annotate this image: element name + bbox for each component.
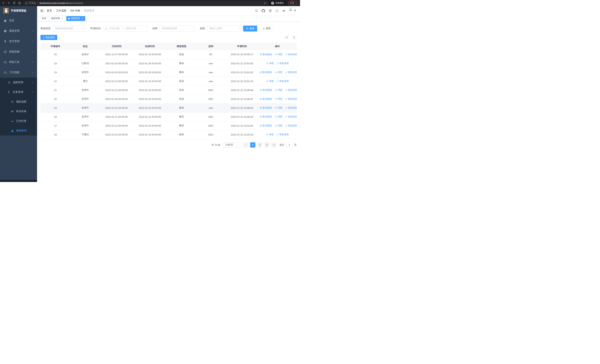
result-select[interactable]: 请选择流结果 [160, 26, 195, 31]
approval-progress-link[interactable]: 审批进度 [285, 97, 297, 101]
tab-process-detail[interactable]: 流程详情✕ [49, 16, 66, 21]
table-row: 18处理中2022-01-11 00:00:002022-01-11 00:00… [40, 112, 297, 121]
page-button-3[interactable]: 3 [264, 142, 269, 148]
cell-actions: 取消请假详情审批进度 [258, 50, 297, 59]
reload-icon[interactable] [13, 1, 16, 5]
cell-status: 通过 [70, 77, 100, 86]
approval-progress-link[interactable]: 审批进度 [285, 115, 297, 118]
show-search-toggle-button[interactable] [284, 35, 290, 40]
cancel-leave-link[interactable]: 取消请假 [260, 115, 272, 118]
close-icon[interactable]: ✕ [61, 17, 64, 20]
sidebar-item-todo-tasks[interactable]: 待办任务 [0, 107, 37, 116]
sidebar-item-my-processes[interactable]: 我的流程 [0, 97, 37, 107]
cancel-leave-link[interactable]: 取消请假 [260, 53, 272, 56]
approval-progress-link[interactable]: 审批进度 [285, 124, 297, 127]
detail-link[interactable]: 详情 [266, 80, 274, 83]
next-page-button[interactable] [271, 142, 276, 148]
cell-actions: 详情审批进度 [258, 77, 297, 86]
security-warning-icon [25, 2, 28, 4]
detail-link[interactable]: 详情 [275, 71, 282, 74]
sidebar-item-system-mgmt[interactable]: 系统管理 [0, 26, 37, 36]
edit-pen-icon [285, 53, 287, 56]
cancel-leave-link[interactable]: 取消请假 [260, 88, 272, 92]
sidebar-collapse-icon[interactable] [40, 9, 44, 13]
sidebar-item-workflow[interactable]: 工作流程 [0, 67, 37, 78]
apply-time-range-picker[interactable]: 开始日期 - 结束日期 [103, 26, 148, 31]
approval-progress-link[interactable]: 审批进度 [276, 133, 289, 136]
sidebar-item-dev-tools[interactable]: 研发工具 [0, 57, 37, 67]
cell-type: 事假 [167, 121, 196, 130]
workflow-submenu: 流程管理 任务管理 我的流程 待办任务 已办 [0, 78, 37, 135]
prev-page-button[interactable] [243, 142, 248, 148]
back-icon[interactable] [2, 1, 5, 5]
page-size-select[interactable]: 10条/页 [223, 142, 241, 148]
cell-id: 23 [40, 68, 70, 77]
col-header-end: 结束时间 [133, 43, 167, 50]
detail-link[interactable]: 详情 [266, 62, 274, 65]
tab-home[interactable]: 首页 [40, 16, 48, 21]
approval-progress-link[interactable]: 审批进度 [285, 53, 297, 56]
col-header-start: 开始时间 [100, 43, 133, 50]
navbar-actions: тT [255, 7, 296, 14]
reset-button[interactable]: 重置 [260, 26, 274, 31]
reason-input[interactable]: 请输入原因 [207, 26, 239, 31]
sidebar-item-process-mgmt[interactable]: 流程管理 [0, 78, 37, 87]
trash-icon [260, 107, 262, 109]
cell-actions: 取消请假详情审批进度 [258, 86, 297, 94]
cancel-leave-link[interactable]: 取消请假 [260, 71, 272, 74]
breadcrumb-item[interactable]: 工作流程 [56, 9, 66, 12]
cell-applied: 2022-01-22 23:53:35 [226, 59, 258, 68]
detail-link[interactable]: 详情 [275, 124, 282, 127]
sidebar-item-leave-query[interactable]: 请假查询 [0, 126, 37, 135]
cell-status: 处理中 [70, 86, 100, 94]
sidebar-item-payment-mgmt[interactable]: ¥ 支付管理 [0, 36, 37, 47]
sidebar-item-label: 我的流程 [16, 100, 27, 103]
sidebar-item-infrastructure[interactable]: 基础设施 [0, 47, 37, 57]
leave-type-select[interactable]: 请选择请假类型 [53, 26, 86, 31]
home-icon[interactable] [18, 1, 21, 5]
breadcrumb-item[interactable]: OA 示例 [70, 9, 80, 12]
detail-link[interactable]: 详情 [275, 53, 282, 56]
refresh-table-button[interactable] [291, 35, 297, 40]
address-bar[interactable]: 不安全 dashboard.yudao.iocoder.cn/bpm/oa/le… [23, 1, 268, 5]
sidebar-item-task-mgmt[interactable]: 任务管理 [0, 87, 37, 97]
cell-applied: 2022-01-23 00:06:17 [226, 50, 258, 59]
detail-link[interactable]: 详情 [275, 97, 282, 101]
cell-id: 20 [40, 94, 70, 103]
detail-link[interactable]: 详情 [275, 88, 282, 92]
github-icon[interactable] [262, 9, 265, 12]
approval-progress-link[interactable]: 审批进度 [285, 88, 297, 92]
bookmark-star-icon[interactable] [264, 2, 266, 4]
edit-pen-icon [285, 107, 287, 109]
avatar-menu-caret[interactable] [294, 10, 296, 11]
browser-update-button[interactable]: 更新 [288, 1, 298, 5]
edit-pen-icon [285, 125, 287, 127]
create-leave-button[interactable]: + 发起请假 [40, 35, 57, 40]
cancel-leave-link[interactable]: 取消请假 [260, 97, 272, 101]
cell-id: 24 [40, 59, 70, 68]
page-button-2[interactable]: 2 [257, 142, 262, 148]
sidebar-item-done-tasks[interactable]: 已办任务 [0, 116, 37, 126]
fullscreen-icon[interactable] [275, 9, 279, 12]
cancel-leave-link[interactable]: 取消请假 [260, 124, 272, 127]
page-button-1[interactable]: 1 [250, 142, 255, 148]
tab-leave-query[interactable]: 请假查询✕ [66, 16, 85, 21]
browser-menu-icon[interactable] [296, 2, 297, 4]
approval-progress-link[interactable]: 审批进度 [285, 106, 297, 110]
detail-link[interactable]: 详情 [266, 133, 274, 136]
detail-link[interactable]: 详情 [275, 106, 282, 110]
approval-progress-link[interactable]: 审批进度 [276, 80, 289, 83]
goto-page-input[interactable] [286, 142, 293, 148]
approval-progress-link[interactable]: 审批进度 [276, 62, 289, 65]
search-button[interactable]: 搜索 [243, 26, 257, 31]
font-size-icon[interactable]: тT [282, 9, 285, 12]
sidebar-item-home[interactable]: 首页 [0, 15, 37, 26]
close-icon[interactable]: ✕ [81, 17, 83, 20]
cancel-leave-link[interactable]: 取消请假 [260, 106, 272, 110]
approval-progress-link[interactable]: 审批进度 [285, 71, 297, 74]
forward-icon[interactable] [7, 1, 10, 5]
breadcrumb-item[interactable]: 首页 [47, 9, 52, 12]
search-icon[interactable] [255, 9, 258, 12]
detail-link[interactable]: 详情 [275, 115, 282, 118]
help-icon[interactable] [269, 9, 272, 12]
